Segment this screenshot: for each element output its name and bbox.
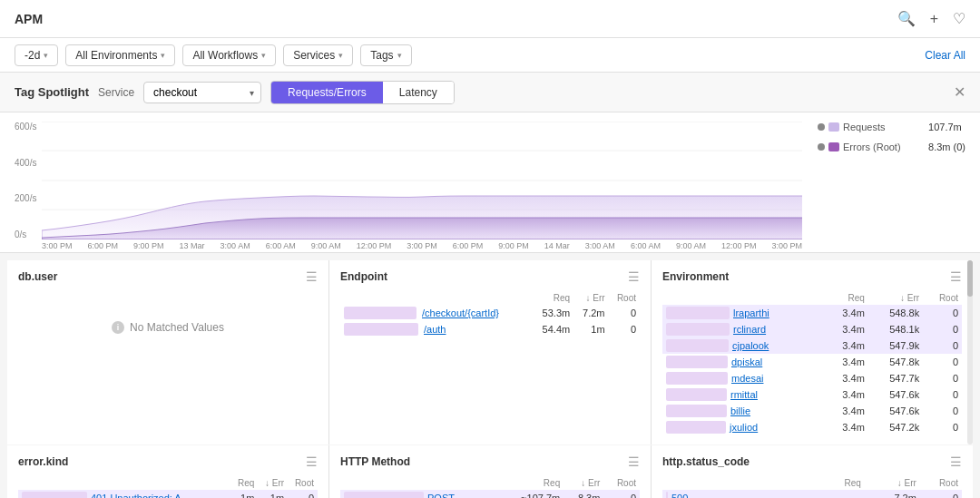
endpoint-link[interactable]: /checkout/{cartId}: [422, 308, 499, 318]
col-err: ↓ Err: [258, 476, 288, 490]
chevron-down-icon: ▾: [44, 51, 48, 60]
service-select[interactable]: checkout: [143, 82, 261, 103]
col-root: Root: [923, 291, 962, 305]
filter-icon[interactable]: ☰: [950, 454, 962, 469]
table-row: billie 3.4m547.6k0: [662, 403, 962, 419]
card-http-status-header: http.status_code ☰: [662, 454, 962, 469]
filter-icon[interactable]: ☰: [628, 269, 640, 284]
card-endpoint-header: Endpoint ☰: [340, 269, 640, 284]
env-link[interactable]: rclinard: [733, 324, 766, 335]
services-filter[interactable]: Services ▾: [283, 44, 353, 66]
env-link[interactable]: billie: [730, 405, 750, 416]
root-value: 0: [609, 321, 640, 337]
chevron-down-icon: ▾: [397, 51, 402, 60]
legend-eye-icon: [818, 123, 825, 131]
table-row: 500 —7.2m0: [662, 490, 962, 498]
filter-icon[interactable]: ☰: [306, 269, 318, 284]
tab-latency[interactable]: Latency: [383, 82, 454, 103]
root-value: 0: [609, 305, 640, 321]
legend-eye2-icon: [818, 143, 825, 151]
search-icon[interactable]: 🔍: [897, 10, 916, 27]
close-icon[interactable]: ✕: [954, 83, 965, 101]
card-http-status-title: http.status_code: [662, 455, 750, 468]
req-bar: [666, 356, 728, 368]
col-req: Req: [827, 476, 865, 490]
req-value: 53.3m: [533, 305, 574, 321]
clear-all-button[interactable]: Clear All: [925, 49, 965, 62]
req-bar: [666, 339, 729, 352]
table-row: rmittal 3.4m547.6k0: [662, 386, 962, 403]
req-bar: [22, 492, 87, 498]
filter-icon[interactable]: ☰: [306, 454, 318, 469]
ts-left: Tag Spotlight Service checkout ▾ Request…: [15, 81, 455, 104]
col-err: ↓ Err: [564, 476, 603, 490]
service-label: Service: [98, 86, 134, 99]
time-range-filter[interactable]: -2d ▾: [15, 44, 58, 66]
card-environment: Environment ☰ Req ↓ Err Root lraparthi 3…: [652, 260, 973, 444]
chart-area: 600/s 400/s 200/s 0/s: [0, 112, 980, 253]
chart-y-labels: 600/s 400/s 200/s 0/s: [15, 122, 36, 239]
plus-icon[interactable]: +: [930, 11, 938, 27]
top-bar-icons: 🔍 + ♡: [897, 10, 965, 27]
env-link[interactable]: mdesai: [731, 373, 763, 384]
legend-requests-color: [828, 122, 839, 132]
env-link[interactable]: rmittal: [730, 389, 758, 400]
legend-requests-value: 107.7m: [928, 122, 962, 132]
col-root: Root: [288, 476, 318, 490]
scrollbar[interactable]: [967, 260, 973, 444]
y-label-0: 0/s: [15, 229, 36, 239]
table-row: mdesai 3.4m547.7k0: [662, 370, 962, 386]
env-link[interactable]: lraparthi: [733, 308, 769, 318]
req-value: 54.4m: [533, 321, 574, 337]
col-req: Req: [231, 476, 259, 490]
req-bar: [344, 492, 424, 498]
tab-requests-errors[interactable]: Requests/Errors: [271, 82, 383, 103]
env-link[interactable]: cjpalook: [732, 340, 769, 351]
tag-spotlight-title: Tag Spotlight: [15, 85, 89, 99]
col-label: [340, 476, 501, 490]
http-method-table: Req ↓ Err Root POST ~107.7m8.3m0: [340, 476, 640, 498]
table-row: POST ~107.7m8.3m0: [340, 490, 640, 498]
method-link[interactable]: POST: [427, 493, 455, 498]
bar-wrapper: [344, 307, 416, 319]
view-tabs: Requests/Errors Latency: [270, 81, 455, 104]
service-select-wrapper: checkout ▾: [143, 82, 261, 103]
table-row: lraparthi 3.4m548.8k0: [662, 305, 962, 321]
environment-table: Req ↓ Err Root lraparthi 3.4m548.8k0 rcl…: [662, 291, 962, 435]
y-label-600: 600/s: [15, 122, 36, 132]
err-value: 1m: [573, 321, 608, 337]
chart-svg: [42, 122, 802, 239]
col-label: [662, 291, 825, 305]
env-link[interactable]: jxuliod: [730, 422, 758, 433]
chart-legend: Requests 107.7m Errors (Root) 8.3m (0): [818, 122, 965, 152]
environment-filter[interactable]: All Environments ▾: [65, 44, 175, 66]
legend-requests-label: Requests: [843, 122, 925, 132]
col-root: Root: [603, 476, 640, 490]
chevron-down-icon: ▾: [161, 51, 165, 60]
card-http-method-header: HTTP Method ☰: [340, 454, 640, 469]
tags-filter[interactable]: Tags ▾: [360, 44, 411, 66]
legend-errors-label: Errors (Root): [843, 142, 925, 152]
bookmark-icon[interactable]: ♡: [953, 10, 965, 27]
filter-icon[interactable]: ☰: [628, 454, 640, 469]
col-root: Root: [920, 476, 962, 490]
error-kind-link[interactable]: 401 Unauthorized: Access is denied due t…: [91, 493, 191, 498]
card-endpoint: Endpoint ☰ Req ↓ Err Root: [329, 260, 651, 444]
req-bar: [344, 323, 418, 336]
col-err: ↓ Err: [868, 291, 923, 305]
table-row: jxuliod 3.4m547.2k0: [662, 419, 962, 435]
filter-icon[interactable]: ☰: [950, 269, 962, 284]
req-bar: [666, 388, 727, 401]
req-bar: [666, 492, 668, 498]
env-link[interactable]: dpiskal: [731, 356, 762, 367]
card-environment-header: Environment ☰: [662, 269, 962, 284]
req-bar: [666, 421, 726, 434]
error-kind-table: Req ↓ Err Root 401 Unauthorized: Access …: [18, 476, 318, 498]
filter-left: -2d ▾ All Environments ▾ All Workflows ▾…: [15, 44, 412, 66]
err-value: 7.2m: [573, 305, 608, 321]
status-link[interactable]: 500: [671, 493, 688, 498]
endpoint-link[interactable]: /auth: [424, 324, 446, 335]
workflow-filter[interactable]: All Workflows ▾: [182, 44, 276, 66]
chart-x-labels: 3:00 PM 6:00 PM 9:00 PM 13 Mar 3:00 AM 6…: [42, 239, 802, 252]
bottom-cards-grid: error.kind ☰ Req ↓ Err Root 401 Unauthor…: [7, 445, 973, 498]
